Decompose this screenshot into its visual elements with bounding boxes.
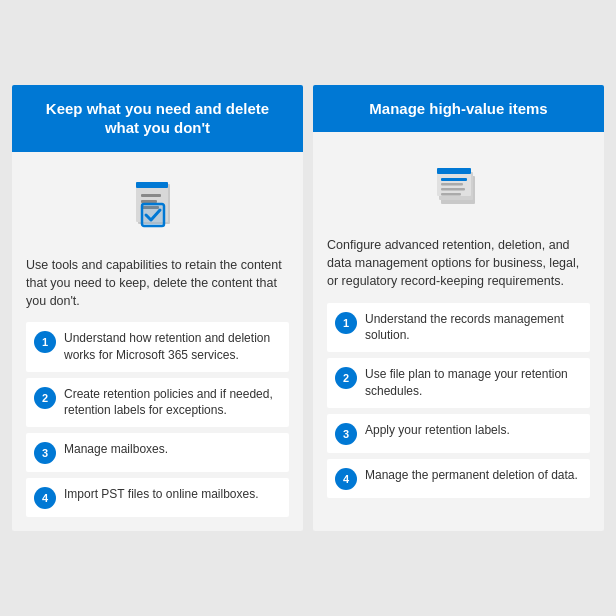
svg-rect-14 [441,188,465,191]
left-icon-area [26,168,289,244]
step-number: 4 [34,487,56,509]
step-text: Manage the permanent deletion of data. [365,467,578,484]
svg-rect-3 [141,200,157,203]
step-text: Create retention policies and if needed,… [64,386,279,420]
step-text: Import PST files to online mailboxes. [64,486,259,503]
list-item: 1 Understand how retention and deletion … [26,322,289,372]
list-item: 4 Import PST files to online mailboxes. [26,478,289,517]
list-item: 2 Use file plan to manage your retention… [327,358,590,408]
svg-rect-13 [441,183,463,186]
svg-rect-2 [141,194,161,197]
main-container: Keep what you need and delete what you d… [12,85,604,532]
step-text: Use file plan to manage your retention s… [365,366,580,400]
step-number: 3 [34,442,56,464]
list-item: 1 Understand the records management solu… [327,303,590,353]
right-card: Manage high-value items Con [313,85,604,532]
list-item: 3 Apply your retention labels. [327,414,590,453]
svg-rect-12 [441,178,467,181]
right-card-header: Manage high-value items [313,85,604,133]
right-description: Configure advanced retention, deletion, … [327,236,590,290]
step-number: 1 [34,331,56,353]
right-card-body: Configure advanced retention, deletion, … [313,132,604,531]
step-text: Apply your retention labels. [365,422,510,439]
step-number: 2 [335,367,357,389]
step-number: 4 [335,468,357,490]
svg-rect-7 [136,182,168,188]
records-icon [427,156,491,220]
svg-rect-15 [441,193,461,196]
step-number: 1 [335,312,357,334]
left-description: Use tools and capabilities to retain the… [26,256,289,310]
step-number: 3 [335,423,357,445]
step-text: Understand how retention and deletion wo… [64,330,279,364]
step-number: 2 [34,387,56,409]
left-step-list: 1 Understand how retention and deletion … [26,322,289,517]
step-text: Understand the records management soluti… [365,311,580,345]
right-icon-area [327,148,590,224]
step-text: Manage mailboxes. [64,441,168,458]
left-card-header: Keep what you need and delete what you d… [12,85,303,152]
right-step-list: 1 Understand the records management solu… [327,303,590,498]
svg-rect-11 [437,168,471,174]
list-item: 3 Manage mailboxes. [26,433,289,472]
list-item: 4 Manage the permanent deletion of data. [327,459,590,498]
left-card-body: Use tools and capabilities to retain the… [12,152,303,532]
left-card: Keep what you need and delete what you d… [12,85,303,532]
list-item: 2 Create retention policies and if neede… [26,378,289,428]
retention-icon [126,176,190,240]
